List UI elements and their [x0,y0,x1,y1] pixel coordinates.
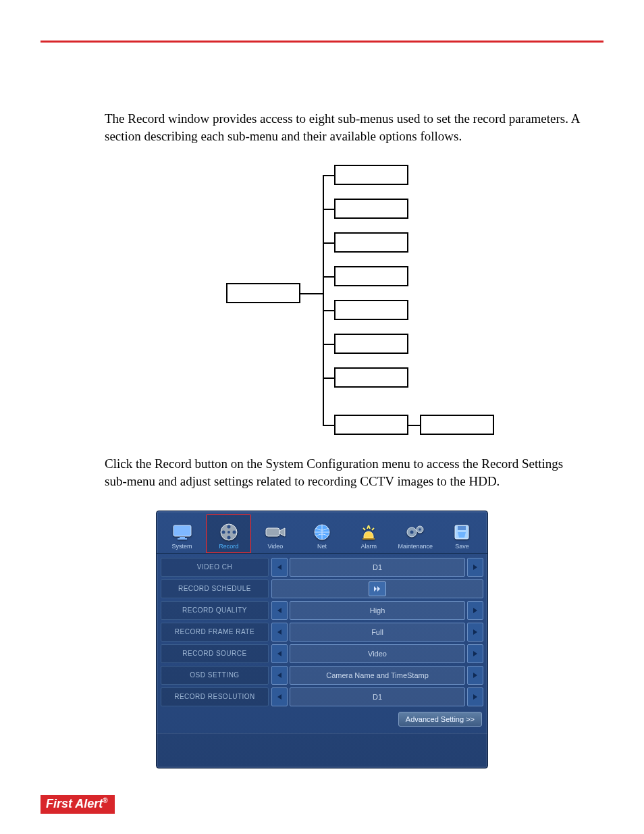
record-source-next[interactable] [467,644,483,663]
gears-icon [404,523,427,542]
diagram-root-box [226,283,300,303]
svg-rect-12 [363,538,375,540]
save-icon [450,523,473,542]
svg-point-8 [227,531,230,533]
label-video-ch: VIDEO CH [161,558,269,577]
tab-label: Record [219,543,238,550]
record-quality-next[interactable] [467,601,483,620]
record-source-prev[interactable] [271,644,288,663]
row-osd-setting: OSD SETTING Camera Name and TimeStamp [161,666,483,685]
tab-system[interactable]: System [159,514,205,553]
tab-label: Alarm [360,543,377,550]
row-record-source: RECORD SOURCE Video [161,644,483,663]
advanced-setting-button[interactable]: Advanced Setting >> [398,712,482,727]
record-quality-value: High [290,601,465,620]
tab-save[interactable]: Save [439,514,485,553]
label-record-quality: RECORD QUALITY [161,601,269,620]
tab-record[interactable]: Record [206,514,251,553]
label-osd-setting: OSD SETTING [161,666,269,685]
svg-point-4 [227,525,230,528]
record-menu-diagram [41,165,603,435]
svg-marker-23 [377,586,380,592]
tab-label: Maintenance [398,543,433,550]
config-tabbar: System Record Video [157,511,487,554]
tab-label: Video [267,543,283,550]
row-record-quality: RECORD QUALITY High [161,601,483,620]
svg-point-5 [232,530,236,533]
diagram-leaf-7 [334,367,408,388]
svg-rect-18 [458,526,466,530]
diagram-leaf-5 [334,300,408,320]
svg-marker-31 [473,673,477,678]
svg-marker-33 [473,694,477,700]
diagram-leaf-8-child [420,415,494,435]
tab-label: System [172,543,192,550]
diagram-leaf-4 [334,266,408,286]
svg-rect-1 [180,537,185,538]
record-frame-value: Full [290,623,465,642]
row-record-resolution: RECORD RESOLUTION D1 [161,687,483,706]
svg-rect-0 [173,525,191,536]
row-video-ch: VIDEO CH D1 [161,558,483,577]
label-record-frame-rate: RECORD FRAME RATE [161,623,269,642]
diagram-leaf-8 [334,415,408,435]
record-res-next[interactable] [467,687,483,706]
row-record-frame-rate: RECORD FRAME RATE Full [161,623,483,642]
video-ch-prev[interactable] [271,558,288,577]
record-frame-prev[interactable] [271,623,288,642]
svg-marker-30 [277,673,281,678]
svg-marker-19 [458,532,466,538]
svg-point-14 [410,530,414,533]
svg-marker-28 [277,651,281,656]
tab-net[interactable]: Net [299,514,344,553]
video-ch-next[interactable] [467,558,483,577]
open-schedule-icon [369,581,386,596]
svg-point-7 [221,530,225,533]
record-frame-next[interactable] [467,623,483,642]
tab-maintenance[interactable]: Maintenance [393,514,438,553]
svg-marker-20 [277,565,281,570]
row-record-schedule: RECORD SCHEDULE [161,579,483,598]
osd-setting-value: Camera Name and TimeStamp [290,666,465,685]
osd-setting-prev[interactable] [271,666,288,685]
record-settings-panel: System Record Video [156,511,488,768]
diagram-leaf-1 [334,165,408,185]
svg-marker-10 [279,528,285,536]
svg-marker-25 [473,608,477,613]
tab-label: Save [455,543,469,550]
osd-setting-next[interactable] [467,666,483,685]
first-alert-logo: First Alert® [41,795,115,814]
tab-alarm[interactable]: Alarm [346,514,392,553]
svg-marker-21 [473,565,477,570]
svg-marker-26 [277,629,281,635]
svg-marker-32 [277,694,281,700]
film-reel-icon [217,523,240,542]
record-quality-prev[interactable] [271,601,288,620]
intro-paragraph-2: Click the Record button on the System Co… [41,455,603,490]
diagram-leaf-3 [334,232,408,253]
alarm-icon [357,523,380,542]
svg-point-6 [227,536,230,539]
record-schedule-field[interactable] [271,579,483,598]
video-ch-value: D1 [290,558,465,577]
monitor-icon [171,523,194,542]
label-record-resolution: RECORD RESOLUTION [161,687,269,706]
svg-rect-2 [178,538,187,540]
svg-marker-27 [473,629,477,635]
svg-rect-9 [266,528,279,536]
record-res-prev[interactable] [271,687,288,706]
globe-icon [311,523,333,542]
header-rule [41,41,603,43]
record-source-value: Video [290,644,465,663]
panel-footer-space [157,733,487,768]
diagram-leaf-2 [334,199,408,219]
record-res-value: D1 [290,687,465,706]
tab-video[interactable]: Video [252,514,298,553]
label-record-source: RECORD SOURCE [161,644,269,663]
diagram-leaf-6 [334,334,408,354]
intro-paragraph-1: The Record window provides access to eig… [41,110,603,145]
tab-label: Net [317,543,327,550]
svg-marker-22 [374,586,377,592]
svg-marker-24 [277,608,281,613]
svg-marker-29 [473,651,477,656]
